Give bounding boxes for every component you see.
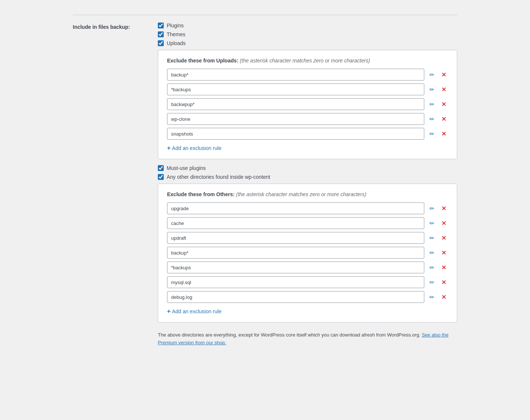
must-use-checkbox[interactable]	[158, 165, 164, 171]
uploads-exclusion-title: Exclude these from Uploads: (the asteris…	[167, 58, 448, 64]
others-exclusion-title-strong: Exclude these from Others:	[167, 191, 235, 197]
uploads-rule-row-1: ✏ ✕	[167, 83, 448, 95]
delete-icon: ✕	[441, 235, 446, 242]
checkbox-other-dirs[interactable]: Any other directories found inside wp-co…	[158, 174, 457, 180]
others-rule-row-1: ✏ ✕	[167, 217, 448, 229]
uploads-checkbox[interactable]	[158, 40, 164, 46]
delete-icon: ✕	[441, 205, 446, 212]
delete-icon: ✕	[441, 294, 446, 301]
uploads-rule-edit-1[interactable]: ✏	[427, 85, 436, 94]
uploads-rule-edit-2[interactable]: ✏	[427, 100, 436, 109]
footer-text: The above directories are everything, ex…	[158, 331, 457, 347]
others-rule-edit-0[interactable]: ✏	[427, 204, 436, 213]
others-rule-row-0: ✏ ✕	[167, 202, 448, 214]
delete-icon: ✕	[441, 264, 446, 271]
other-dirs-checkbox[interactable]	[158, 174, 164, 180]
uploads-rule-edit-0[interactable]: ✏	[427, 70, 436, 79]
uploads-exclusion-box: Exclude these from Uploads: (the asteris…	[158, 50, 457, 159]
others-rule-delete-2[interactable]: ✕	[439, 233, 448, 242]
others-rule-delete-3[interactable]: ✕	[439, 248, 448, 257]
others-exclusion-title: Exclude these from Others: (the asterisk…	[167, 191, 448, 197]
delete-icon: ✕	[441, 71, 446, 78]
others-rule-row-6: ✏ ✕	[167, 291, 448, 303]
others-rule-edit-4[interactable]: ✏	[427, 263, 436, 272]
edit-icon: ✏	[429, 235, 434, 242]
uploads-rule-delete-1[interactable]: ✕	[439, 85, 448, 94]
uploads-rule-input-1[interactable]	[167, 83, 424, 95]
edit-icon: ✏	[429, 279, 434, 286]
uploads-exclusion-title-italic: (the asterisk character matches zero or …	[240, 58, 370, 64]
others-rule-row-2: ✏ ✕	[167, 232, 448, 244]
others-rule-input-5[interactable]	[167, 276, 424, 288]
plus-icon: +	[167, 308, 170, 315]
uploads-rule-input-3[interactable]	[167, 113, 424, 125]
others-rule-edit-6[interactable]: ✏	[427, 293, 436, 301]
uploads-rule-delete-0[interactable]: ✕	[439, 70, 448, 79]
uploads-rule-edit-4[interactable]: ✏	[427, 129, 436, 138]
plus-icon: +	[167, 145, 170, 151]
uploads-rule-edit-3[interactable]: ✏	[427, 115, 436, 123]
uploads-rule-delete-3[interactable]: ✕	[439, 115, 448, 123]
others-rule-edit-2[interactable]: ✏	[427, 233, 436, 242]
checkbox-must-use[interactable]: Must-use plugins	[158, 165, 457, 171]
others-rule-input-2[interactable]	[167, 232, 424, 244]
plugins-label[interactable]: Plugins	[167, 23, 184, 28]
other-dirs-label[interactable]: Any other directories found inside wp-co…	[167, 174, 270, 180]
edit-icon: ✏	[429, 71, 434, 78]
edit-icon: ✏	[429, 130, 434, 137]
others-add-rule-label: Add an exclusion rule	[172, 308, 221, 314]
others-exclusion-title-italic: (the asterisk character matches zero or …	[236, 191, 366, 197]
others-rule-delete-4[interactable]: ✕	[439, 263, 448, 272]
others-rule-row-5: ✏ ✕	[167, 276, 448, 288]
uploads-rule-input-4[interactable]	[167, 128, 424, 140]
uploads-rule-row-0: ✏ ✕	[167, 69, 448, 81]
uploads-rule-delete-4[interactable]: ✕	[439, 129, 448, 138]
others-rule-delete-5[interactable]: ✕	[439, 278, 448, 287]
others-rule-input-3[interactable]	[167, 247, 424, 259]
uploads-rule-delete-2[interactable]: ✕	[439, 100, 448, 109]
include-files-label: Include in files backup:	[73, 23, 147, 30]
uploads-exclusion-title-strong: Exclude these from Uploads:	[167, 58, 238, 64]
uploads-label[interactable]: Uploads	[167, 40, 186, 46]
must-use-label[interactable]: Must-use plugins	[167, 165, 206, 171]
uploads-rule-input-0[interactable]	[167, 69, 424, 81]
uploads-add-rule-label: Add an exclusion rule	[172, 145, 221, 151]
delete-icon: ✕	[441, 130, 446, 137]
delete-icon: ✕	[441, 279, 446, 286]
edit-icon: ✏	[429, 264, 434, 271]
others-rule-input-1[interactable]	[167, 217, 424, 229]
others-rule-delete-6[interactable]: ✕	[439, 293, 448, 301]
others-rule-input-4[interactable]	[167, 262, 424, 273]
others-rule-input-6[interactable]	[167, 291, 424, 303]
delete-icon: ✕	[441, 101, 446, 108]
footer-paragraph: The above directories are everything, ex…	[158, 332, 421, 338]
plugins-checkbox[interactable]	[158, 23, 164, 28]
others-rule-delete-0[interactable]: ✕	[439, 204, 448, 213]
others-rule-edit-5[interactable]: ✏	[427, 278, 436, 287]
checkbox-plugins[interactable]: Plugins	[158, 23, 457, 28]
others-exclusion-box: Exclude these from Others: (the asterisk…	[158, 184, 457, 322]
uploads-rule-row-4: ✏ ✕	[167, 128, 448, 140]
uploads-rule-row-2: ✏ ✕	[167, 98, 448, 110]
uploads-add-rule-link[interactable]: + Add an exclusion rule	[167, 145, 221, 151]
themes-checkbox[interactable]	[158, 31, 164, 37]
uploads-rule-input-2[interactable]	[167, 98, 424, 110]
checkbox-uploads[interactable]: Uploads	[158, 40, 457, 46]
checkbox-themes[interactable]: Themes	[158, 31, 457, 37]
edit-icon: ✏	[429, 86, 434, 93]
others-add-rule-link[interactable]: + Add an exclusion rule	[167, 308, 221, 315]
top-checkboxes: Plugins Themes Uploads	[158, 23, 457, 46]
delete-icon: ✕	[441, 116, 446, 123]
themes-label[interactable]: Themes	[167, 31, 186, 37]
delete-icon: ✕	[441, 86, 446, 93]
others-rule-input-0[interactable]	[167, 202, 424, 214]
edit-icon: ✏	[429, 101, 434, 108]
others-rule-edit-1[interactable]: ✏	[427, 219, 436, 228]
edit-icon: ✏	[429, 220, 434, 227]
others-rule-row-3: ✏ ✕	[167, 247, 448, 259]
edit-icon: ✏	[429, 249, 434, 256]
edit-icon: ✏	[429, 294, 434, 301]
delete-icon: ✕	[441, 249, 446, 256]
others-rule-delete-1[interactable]: ✕	[439, 219, 448, 228]
others-rule-edit-3[interactable]: ✏	[427, 248, 436, 257]
